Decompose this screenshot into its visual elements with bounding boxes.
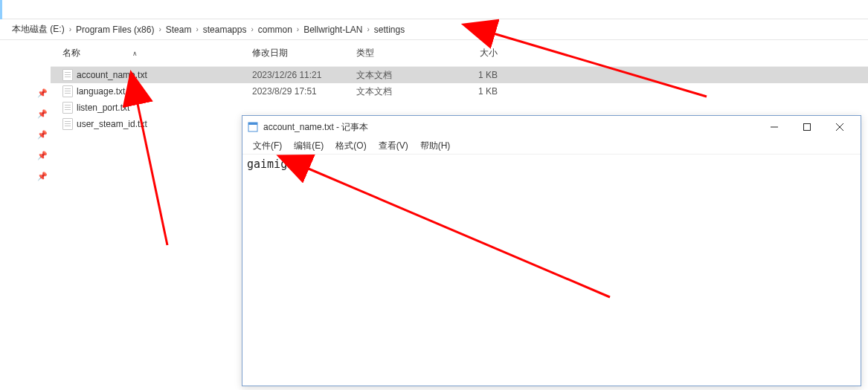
file-row[interactable]: account_name.txt 2023/12/26 11:21 文本文档 1… [51,67,868,83]
text-file-icon [62,69,73,81]
file-row[interactable]: listen_port.txt [51,100,868,116]
svg-rect-1 [248,123,257,125]
file-size: 1 KB [446,70,498,80]
column-type[interactable]: 类型 [356,47,446,59]
pin-icon[interactable]: 📌 [37,130,48,140]
pin-icon[interactable]: 📌 [37,109,48,120]
breadcrumb-item[interactable]: 本地磁盘 (E:) [10,23,66,36]
breadcrumb-item[interactable]: Bellwright-LAN [302,25,364,35]
column-name-label: 名称 [62,47,80,59]
file-name: listen_port.txt [77,103,129,113]
text-file-icon [62,118,73,130]
notepad-menubar: 文件(F) 编辑(E) 格式(O) 查看(V) 帮助(H) [242,138,861,155]
window-buttons [758,117,856,137]
pin-icon[interactable]: 📌 [37,172,48,182]
menu-edit[interactable]: 编辑(E) [288,138,329,154]
chevron-right-icon: › [367,25,370,33]
menu-help[interactable]: 帮助(H) [414,138,457,154]
file-type: 文本文档 [356,85,446,98]
chevron-right-icon: › [297,25,299,33]
accent-strip [0,0,2,19]
chevron-right-icon: › [196,25,198,33]
chevron-right-icon: › [251,25,253,33]
breadcrumb-item[interactable]: Program Files (x86) [74,25,155,35]
menu-file[interactable]: 文件(F) [247,138,288,154]
text-file-icon [62,85,73,97]
column-size[interactable]: 大小 [446,47,498,59]
column-headers: 名称 ∧ 修改日期 类型 大小 [51,40,868,67]
breadcrumb-item[interactable]: Steam [164,25,193,35]
column-date[interactable]: 修改日期 [252,47,356,59]
breadcrumb-item[interactable]: steamapps [202,25,248,35]
file-size: 1 KB [446,86,498,97]
breadcrumb-item[interactable]: common [257,25,294,35]
file-name: language.txt [77,86,125,97]
file-type: 文本文档 [356,69,446,82]
sort-asc-icon: ∧ [132,50,138,57]
notepad-window[interactable]: account_name.txt - 记事本 文件(F) 编辑(E) 格式(O)… [242,115,861,386]
file-name: account_name.txt [77,70,147,80]
file-row[interactable]: language.txt 2023/8/29 17:51 文本文档 1 KB [51,83,868,100]
notepad-content[interactable]: gaimignzi [242,155,861,386]
menu-format[interactable]: 格式(O) [329,138,372,154]
close-button[interactable] [823,117,856,137]
breadcrumb-item[interactable]: settings [373,25,406,35]
quick-access-rail: 📌 📌 📌 📌 📌 [0,40,51,390]
maximize-button[interactable] [791,117,823,137]
menu-view[interactable]: 查看(V) [373,138,414,154]
notepad-titlebar[interactable]: account_name.txt - 记事本 [242,116,861,138]
chevron-right-icon: › [158,25,161,33]
notepad-icon [247,121,259,133]
column-name[interactable]: 名称 ∧ [62,47,252,59]
file-date: 2023/8/29 17:51 [252,86,356,97]
chevron-right-icon: › [69,25,71,33]
pin-icon[interactable]: 📌 [37,88,48,99]
toolbar-strip [0,0,868,19]
minimize-button[interactable] [758,117,791,137]
svg-rect-3 [804,124,811,131]
notepad-title: account_name.txt - 记事本 [263,121,758,134]
file-name: user_steam_id.txt [77,119,147,129]
breadcrumb[interactable]: 本地磁盘 (E:) › Program Files (x86) › Steam … [0,19,868,40]
file-date: 2023/12/26 11:21 [252,70,356,80]
pin-icon[interactable]: 📌 [37,151,48,161]
text-file-icon [62,102,73,114]
